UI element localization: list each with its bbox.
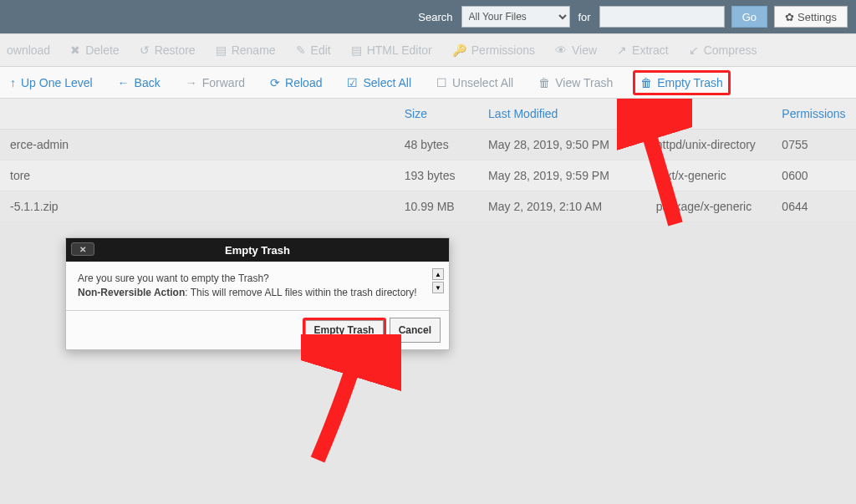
extract-action[interactable]: ↗Extract [617,43,669,57]
select-all-button[interactable]: ☑Select All [342,73,416,93]
search-for-label: for [578,11,591,23]
col-permissions[interactable]: Permissions [772,99,856,130]
undo-icon: ↺ [140,43,150,57]
html-editor-action[interactable]: ▤HTML Editor [351,43,432,57]
pencil-icon: ✎ [296,43,306,57]
scroll-down-icon[interactable]: ▼ [432,282,444,293]
action-toolbar: ownload ✖Delete ↺Restore ▤Rename ✎Edit ▤… [0,33,856,67]
search-bar: Search All Your Files for Go ✿ Settings [0,0,856,33]
unselect-all-button[interactable]: ☐Unselect All [431,73,518,93]
back-button[interactable]: ←Back [113,73,166,93]
key-icon: 🔑 [452,43,466,57]
nav-toolbar: ↑Up One Level ←Back →Forward ⟳Reload ☑Se… [0,67,856,99]
permissions-action[interactable]: 🔑Permissions [452,43,535,57]
rename-action[interactable]: ▤Rename [216,43,276,57]
file-table: Size Last Modified Type Permissions erce… [0,99,856,222]
col-size[interactable]: Size [395,99,478,130]
dialog-titlebar[interactable]: ✕ Empty Trash [66,238,449,262]
document-icon: ▤ [216,43,227,57]
dialog-scroll: ▲ ▼ [432,268,444,293]
scroll-up-icon[interactable]: ▲ [432,268,444,280]
settings-button[interactable]: ✿ Settings [774,6,848,28]
col-name[interactable] [0,99,395,130]
go-button[interactable]: Go [731,6,767,28]
table-header-row: Size Last Modified Type Permissions [0,99,856,130]
arrow-left-icon: ← [118,76,130,89]
table-row[interactable]: tore 193 bytes May 28, 2019, 9:59 PM tex… [0,160,856,191]
x-icon: ✖ [70,43,80,57]
col-type[interactable]: Type [646,99,772,130]
download-action[interactable]: ownload [7,43,50,57]
arrow-right-icon: → [186,76,197,89]
dialog-question: Are you sure you want to empty the Trash… [78,272,437,286]
gear-icon: ✿ [785,11,794,23]
up-one-level[interactable]: ↑Up One Level [5,73,98,93]
empty-checkbox-icon: ☐ [436,76,447,89]
dialog-body: Are you sure you want to empty the Trash… [66,262,449,310]
arrow-up-icon: ↑ [10,76,16,89]
empty-trash-dialog: ✕ Empty Trash Are you sure you want to e… [65,237,450,350]
forward-button[interactable]: →Forward [181,73,250,93]
reload-icon: ⟳ [270,76,280,89]
dialog-warning: Non-Reversible Action: This will remove … [78,286,437,300]
delete-action[interactable]: ✖Delete [70,43,119,57]
dialog-footer: Empty Trash Cancel [66,310,449,349]
compress-action[interactable]: ↙Compress [689,43,757,57]
extract-icon: ↗ [617,43,627,57]
view-action[interactable]: 👁View [555,43,597,57]
checkbox-icon: ☑ [347,76,358,89]
settings-label: Settings [797,11,837,23]
eye-icon: 👁 [555,43,567,57]
compress-icon: ↙ [689,43,699,57]
reload-button[interactable]: ⟳Reload [265,73,327,93]
empty-trash-button[interactable]: 🗑Empty Trash [633,70,731,95]
view-trash-button[interactable]: 🗑View Trash [533,73,618,93]
trash-icon: 🗑 [538,76,550,89]
table-row[interactable]: -5.1.1.zip 10.99 MB May 2, 2019, 2:10 AM… [0,191,856,222]
dialog-title: Empty Trash [225,244,290,257]
trash-icon: 🗑 [640,76,652,89]
confirm-empty-trash-button[interactable]: Empty Trash [305,320,384,340]
close-icon[interactable]: ✕ [71,242,94,256]
search-label: Search [418,11,452,23]
col-last-modified[interactable]: Last Modified [478,99,646,130]
restore-action[interactable]: ↺Restore [140,43,196,57]
cancel-button[interactable]: Cancel [390,318,441,343]
edit-action[interactable]: ✎Edit [296,43,331,57]
annotation-arrow-confirm-button [301,334,401,468]
search-input[interactable] [599,6,725,28]
table-row[interactable]: erce-admin 48 bytes May 28, 2019, 9:50 P… [0,130,856,160]
search-scope-select[interactable]: All Your Files [461,6,570,28]
document-icon: ▤ [351,43,362,57]
